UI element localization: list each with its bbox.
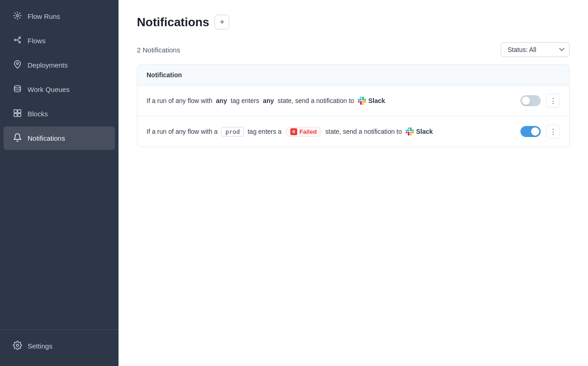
sidebar-item-label: Flow Runs	[28, 12, 60, 20]
row2-failed-badge: ✕ Failed	[285, 127, 322, 137]
failed-x-icon: ✕	[290, 128, 297, 135]
blocks-icon	[13, 109, 22, 119]
sidebar-item-label: Work Queues	[28, 86, 69, 93]
svg-rect-6	[14, 110, 17, 113]
sidebar-item-notifications[interactable]: Notifications	[4, 126, 115, 150]
notification-row-text: If a run of any flow with any tag enters…	[147, 97, 515, 105]
svg-rect-9	[18, 114, 21, 117]
row2-destination: Slack	[406, 127, 433, 136]
row1-toggle-track[interactable]	[520, 95, 541, 106]
sidebar-item-label: Blocks	[28, 110, 48, 118]
row2-toggle[interactable]	[520, 126, 541, 137]
row2-prod-tag: prod	[221, 127, 244, 137]
row1-destination: Slack	[358, 97, 385, 105]
row2-more-button[interactable]: ⋮	[546, 125, 560, 138]
sidebar-item-flow-runs[interactable]: Flow Runs	[4, 5, 115, 28]
page-title: Notifications	[137, 15, 209, 29]
deployments-icon	[13, 60, 22, 70]
row1-toggle-thumb	[522, 97, 530, 105]
table-row: If a run of any flow with any tag enters…	[137, 86, 569, 116]
sidebar-item-label: Notifications	[28, 134, 65, 142]
page-header: Notifications +	[137, 15, 570, 29]
row1-any-state: any	[263, 97, 274, 104]
add-notification-button[interactable]: +	[215, 15, 229, 29]
row2-text-part2: tag enters a	[246, 128, 283, 135]
row2-text-part3: state, send a notification to	[323, 128, 403, 135]
sidebar-nav: Flow Runs Flows Deployments	[0, 0, 119, 329]
sidebar-item-work-queues[interactable]: Work Queues	[4, 78, 115, 101]
svg-point-10	[17, 344, 19, 347]
sidebar-item-flows[interactable]: Flows	[4, 29, 115, 52]
sidebar-item-deployments[interactable]: Deployments	[4, 53, 115, 77]
sidebar-item-blocks[interactable]: Blocks	[4, 102, 115, 126]
status-filter-select[interactable]: Status: All Status: Enabled Status: Disa…	[501, 42, 570, 57]
svg-rect-8	[14, 114, 17, 117]
row1-text-part2: tag enters	[229, 97, 261, 104]
settings-icon	[13, 341, 22, 351]
sidebar-bottom: Settings	[0, 329, 119, 366]
sidebar-item-settings[interactable]: Settings	[4, 334, 115, 358]
notifications-icon	[13, 133, 22, 143]
row1-text-part3: state, send a notification to	[276, 97, 356, 104]
row1-slack-label: Slack	[368, 97, 385, 104]
row1-any-tag: any	[216, 97, 227, 104]
notification-row-text: If a run of any flow with a prod tag ent…	[147, 127, 515, 137]
row2-failed-label: Failed	[300, 128, 317, 135]
svg-point-0	[17, 15, 19, 17]
row1-toggle[interactable]	[520, 95, 541, 106]
row1-toggle-wrap: ⋮	[520, 94, 560, 108]
svg-rect-7	[18, 110, 21, 113]
svg-point-5	[14, 86, 20, 88]
sidebar-item-label: Deployments	[28, 61, 68, 69]
row2-slack-label: Slack	[416, 128, 433, 135]
row2-toggle-thumb	[531, 127, 539, 136]
sidebar: Flow Runs Flows Deployments	[0, 0, 119, 366]
notification-count: 2 Notifications	[137, 46, 180, 54]
svg-point-4	[17, 63, 18, 64]
flow-runs-icon	[13, 11, 22, 22]
main-content: Notifications + 2 Notifications Status: …	[119, 0, 588, 366]
sidebar-item-label: Settings	[28, 342, 52, 350]
sidebar-item-label: Flows	[28, 37, 45, 45]
toolbar: 2 Notifications Status: All Status: Enab…	[137, 42, 570, 57]
slack-logo-icon-2	[406, 127, 414, 136]
row2-toggle-wrap: ⋮	[520, 125, 560, 138]
row1-text-part1: If a run of any flow with	[147, 97, 214, 104]
table-row: If a run of any flow with a prod tag ent…	[137, 116, 569, 147]
work-queues-icon	[13, 84, 22, 95]
notifications-table: Notification If a run of any flow with a…	[137, 64, 570, 147]
table-header: Notification	[137, 65, 569, 86]
flows-icon	[13, 35, 22, 46]
row2-text-part1: If a run of any flow with a	[147, 128, 220, 135]
row1-more-button[interactable]: ⋮	[546, 94, 560, 108]
slack-logo-icon	[358, 97, 366, 105]
row2-toggle-track[interactable]	[520, 126, 541, 137]
